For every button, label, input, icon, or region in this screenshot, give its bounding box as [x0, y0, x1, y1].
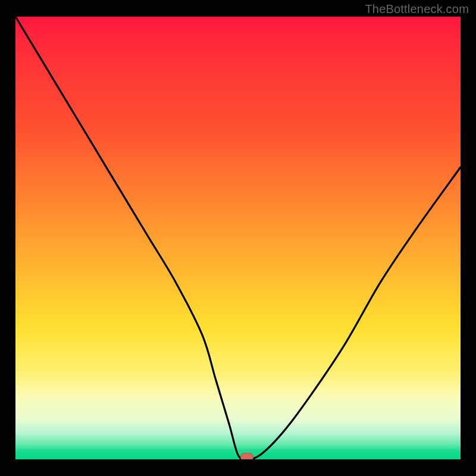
chart-frame: TheBottleneck.com [0, 0, 476, 476]
bottleneck-curve [15, 17, 461, 459]
plot-area [15, 17, 461, 459]
watermark-text: TheBottleneck.com [365, 2, 469, 16]
curve-svg [15, 17, 461, 459]
minimum-marker [240, 453, 253, 459]
